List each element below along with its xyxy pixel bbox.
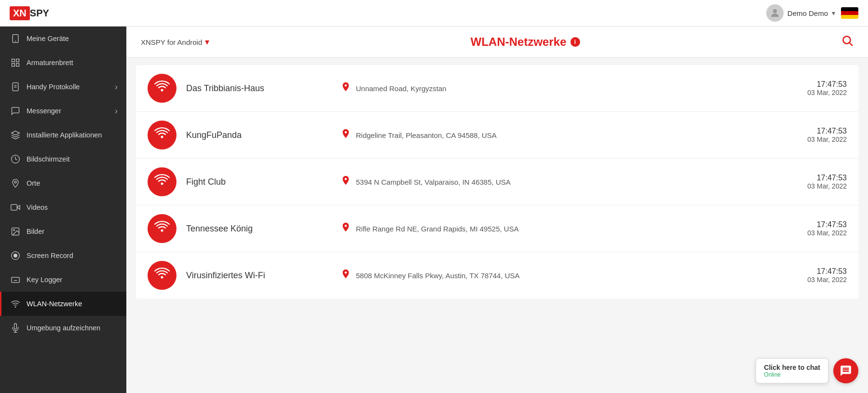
layout: Meine GeräteArmaturenbrettHandy Protokol… xyxy=(0,27,868,393)
svg-rect-7 xyxy=(13,83,18,91)
svg-point-15 xyxy=(14,230,14,231)
orte-label: Orte xyxy=(27,179,40,187)
messenger-label: Messenger xyxy=(27,107,61,115)
content-area: Das Tribbianis-Haus Unnamed Road, Kyrgyz… xyxy=(126,58,868,393)
wifi-timestamp: 17:47:5303 Mar, 2022 xyxy=(807,127,847,143)
videos-label: Videos xyxy=(27,203,48,211)
wifi-address: 5808 McKinney Falls Pkwy, Austin, TX 787… xyxy=(356,271,520,280)
location-pin-icon xyxy=(340,81,351,95)
wifi-location: Unnamed Road, Kyrgyzstan xyxy=(340,81,798,95)
sidebar-item-umgebung-aufzeichnen[interactable]: Umgebung aufzeichnen xyxy=(0,316,126,340)
search-button[interactable] xyxy=(841,34,854,50)
handy-protokolle-icon xyxy=(10,81,21,92)
bildschirmzeit-icon xyxy=(10,154,21,164)
wifi-signal-icon xyxy=(148,121,176,149)
sidebar-item-screen-record[interactable]: Screen Record xyxy=(0,244,126,268)
location-pin-icon xyxy=(340,269,351,282)
svg-point-29 xyxy=(161,89,163,92)
wifi-item[interactable]: Tennessee König Rifle Range Rd NE, Grand… xyxy=(136,205,858,252)
wifi-time-value: 17:47:53 xyxy=(807,80,847,89)
wifi-signal-icon xyxy=(148,74,176,103)
logo-xn: XN xyxy=(10,6,30,20)
chat-widget: Click here to chat Online xyxy=(756,358,858,383)
wifi-timestamp: 17:47:5303 Mar, 2022 xyxy=(807,220,847,237)
wifi-item[interactable]: Fight Club 5394 N Campbell St, Valparais… xyxy=(136,159,858,205)
wifi-location: Rifle Range Rd NE, Grand Rapids, MI 4952… xyxy=(340,222,798,235)
wlan-netzwerke-icon xyxy=(10,298,21,309)
device-dropdown-icon: ▾ xyxy=(205,37,209,47)
chat-title: Click here to chat xyxy=(764,364,820,371)
sidebar-item-wlan-netzwerke[interactable]: WLAN-Netzwerke xyxy=(0,292,126,316)
sidebar: Meine GeräteArmaturenbrettHandy Protokol… xyxy=(0,27,126,393)
wifi-item[interactable]: KungFuPanda Ridgeline Trail, Pleasanton,… xyxy=(136,112,858,159)
svg-point-17 xyxy=(14,254,17,257)
wifi-address: Unnamed Road, Kyrgyzstan xyxy=(356,84,447,93)
bilder-icon xyxy=(10,226,21,237)
wifi-list: Das Tribbianis-Haus Unnamed Road, Kyrgyz… xyxy=(136,65,858,298)
sidebar-item-key-logger[interactable]: Key Logger xyxy=(0,268,126,292)
key-logger-icon xyxy=(10,274,21,285)
user-avatar xyxy=(766,4,784,22)
language-flag[interactable] xyxy=(841,7,858,19)
svg-point-30 xyxy=(161,136,163,138)
header-right: Demo Demo ▾ xyxy=(766,4,858,22)
svg-point-27 xyxy=(843,36,850,43)
user-menu[interactable]: Demo Demo ▾ xyxy=(766,4,835,22)
installierte-applikationen-icon xyxy=(10,130,21,140)
wifi-location: 5394 N Campbell St, Valparaiso, IN 46385… xyxy=(340,175,798,189)
svg-point-33 xyxy=(161,276,163,279)
svg-rect-3 xyxy=(12,59,15,62)
sidebar-item-meine-geraete[interactable]: Meine Geräte xyxy=(0,27,126,51)
wifi-network-name: Das Tribbianis-Haus xyxy=(186,83,331,94)
sidebar-item-armaturenbrett[interactable]: Armaturenbrett xyxy=(0,51,126,75)
svg-point-31 xyxy=(161,183,163,185)
sidebar-item-orte[interactable]: Orte xyxy=(0,171,126,195)
logo-spy: SPY xyxy=(30,8,49,19)
svg-point-32 xyxy=(161,230,163,232)
wifi-time-value: 17:47:53 xyxy=(807,220,847,229)
sidebar-item-bilder[interactable]: Bilder xyxy=(0,219,126,244)
wifi-network-name: Virusinfiziertes Wi-Fi xyxy=(186,271,331,281)
info-icon[interactable]: i xyxy=(570,37,580,47)
svg-rect-13 xyxy=(11,204,17,210)
armaturenbrett-icon xyxy=(10,57,21,68)
device-label: XNSPY for Android xyxy=(141,38,202,46)
sidebar-item-installierte-applikationen[interactable]: Installierte Applikationen xyxy=(0,123,126,147)
location-pin-icon xyxy=(340,128,351,142)
wifi-date-value: 03 Mar, 2022 xyxy=(807,229,847,237)
svg-rect-4 xyxy=(16,59,19,62)
wifi-address: Ridgeline Trail, Pleasanton, CA 94588, U… xyxy=(356,131,497,139)
wifi-date-value: 03 Mar, 2022 xyxy=(807,89,847,96)
wifi-timestamp: 17:47:5303 Mar, 2022 xyxy=(807,174,847,190)
wifi-item[interactable]: Das Tribbianis-Haus Unnamed Road, Kyrgyz… xyxy=(136,65,858,112)
svg-rect-5 xyxy=(12,64,15,67)
user-dropdown-arrow: ▾ xyxy=(832,9,835,17)
topbar: XNSPY for Android ▾ WLAN-Netzwerke i xyxy=(126,27,868,58)
svg-line-28 xyxy=(850,43,853,46)
videos-icon xyxy=(10,202,21,213)
page-title: WLAN-Netzwerke i xyxy=(471,35,580,49)
device-selector[interactable]: XNSPY for Android ▾ xyxy=(141,37,209,47)
sidebar-item-messenger[interactable]: Messenger› xyxy=(0,99,126,123)
wifi-address: Rifle Range Rd NE, Grand Rapids, MI 4952… xyxy=(356,225,519,233)
svg-rect-6 xyxy=(16,64,19,67)
chat-button[interactable] xyxy=(833,358,858,383)
chat-bubble[interactable]: Click here to chat Online xyxy=(756,358,828,383)
wifi-signal-icon xyxy=(148,214,176,243)
wifi-item[interactable]: Virusinfiziertes Wi-Fi 5808 McKinney Fal… xyxy=(136,252,858,298)
wifi-signal-icon xyxy=(148,261,176,290)
sidebar-item-videos[interactable]: Videos xyxy=(0,195,126,219)
bildschirmzeit-label: Bildschirmzeit xyxy=(27,155,69,163)
sidebar-item-handy-protokolle[interactable]: Handy Protokolle› xyxy=(0,75,126,99)
messenger-icon xyxy=(10,106,21,116)
svg-rect-18 xyxy=(12,277,20,283)
wifi-date-value: 03 Mar, 2022 xyxy=(807,276,847,284)
svg-marker-12 xyxy=(17,205,20,209)
chat-status: Online xyxy=(764,371,820,378)
sidebar-item-bildschirmzeit[interactable]: Bildschirmzeit xyxy=(0,147,126,171)
wifi-timestamp: 17:47:5303 Mar, 2022 xyxy=(807,80,847,96)
wifi-time-value: 17:47:53 xyxy=(807,267,847,276)
user-name: Demo Demo xyxy=(787,9,828,17)
key-logger-label: Key Logger xyxy=(27,276,62,284)
handy-protokolle-label: Handy Protokolle xyxy=(27,83,80,91)
